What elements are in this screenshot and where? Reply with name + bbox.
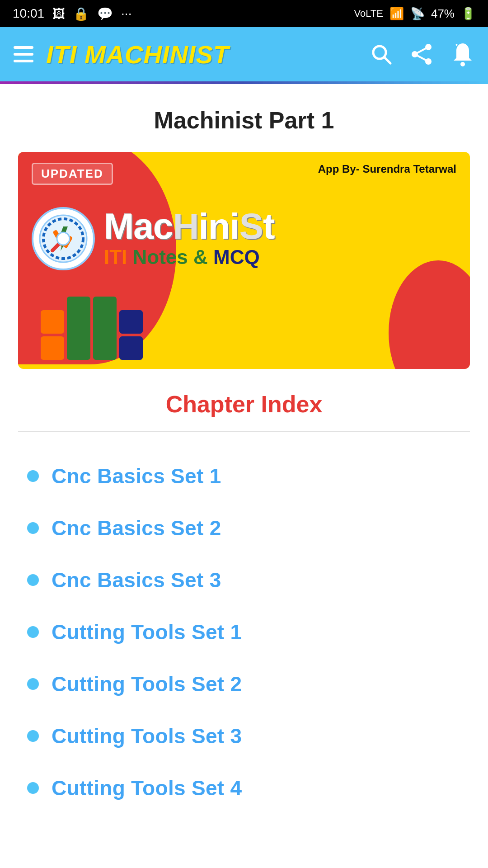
list-item[interactable]: Cnc Basics Set 2 <box>18 502 470 554</box>
svg-point-15 <box>57 232 70 245</box>
banner-top-row: UPDATED App By- Surendra Tetarwal <box>32 163 456 185</box>
chapter-index-title: Chapter Index <box>18 391 470 418</box>
banner-updated-badge: UPDATED <box>32 163 113 185</box>
chapter-link[interactable]: Cnc Basics Set 1 <box>52 464 221 488</box>
list-item[interactable]: Cutting Tools Set 3 <box>18 710 470 762</box>
search-button[interactable] <box>370 42 393 66</box>
svg-line-1 <box>384 57 390 63</box>
status-time: 10:01 <box>13 6 44 21</box>
list-item[interactable]: Cutting Tools Set 4 <box>18 762 470 814</box>
chapter-link[interactable]: Cutting Tools Set 4 <box>52 776 242 800</box>
app-bar: ITI MACHINIST <box>0 27 488 81</box>
notification-button[interactable] <box>451 42 474 67</box>
bullet-icon <box>27 522 39 534</box>
share-button[interactable] <box>410 42 434 66</box>
list-item[interactable]: Cutting Tools Set 1 <box>18 606 470 658</box>
banner-app-by: App By- Surendra Tetarwal <box>318 163 456 175</box>
list-item[interactable]: Cnc Basics Set 3 <box>18 554 470 606</box>
banner-middle: MacHiniSt ITI Notes & MCQ <box>32 207 456 270</box>
bullet-icon <box>27 574 39 586</box>
banner: UPDATED App By- Surendra Tetarwal <box>18 152 470 369</box>
bullet-icon <box>27 782 39 794</box>
app-bar-right <box>370 42 474 67</box>
app-logo <box>32 207 95 270</box>
list-item[interactable]: Cutting Tools Set 2 <box>18 658 470 710</box>
bullet-icon <box>27 730 39 742</box>
more-icon: ··· <box>121 6 131 21</box>
svg-point-7 <box>460 62 465 66</box>
bullet-icon <box>27 678 39 690</box>
banner-machinist-text: MacHiniSt ITI Notes & MCQ <box>104 208 275 268</box>
camera-icon: 🖼 <box>52 6 65 21</box>
status-left: 10:01 🖼 🔒 💬 ··· <box>13 6 131 21</box>
chapter-list: Cnc Basics Set 1 Cnc Basics Set 2 Cnc Ba… <box>18 450 470 814</box>
chapter-link[interactable]: Cutting Tools Set 2 <box>52 672 242 696</box>
list-item[interactable]: Cnc Basics Set 1 <box>18 450 470 502</box>
svg-rect-8 <box>455 44 458 46</box>
machinist-title: MacHiniSt <box>104 208 275 245</box>
bullet-icon <box>27 470 39 482</box>
chapter-link[interactable]: Cutting Tools Set 1 <box>52 620 242 644</box>
page-title: Machinist Part 1 <box>18 107 470 134</box>
main-content: Machinist Part 1 UPDATED App By- Surendr… <box>0 84 488 868</box>
lte-icon: VoLTE <box>354 8 383 19</box>
chapter-divider <box>18 431 470 432</box>
battery-icon: 🔋 <box>461 7 475 21</box>
chapter-link[interactable]: Cnc Basics Set 3 <box>52 568 221 592</box>
whatsapp-icon: 💬 <box>97 6 113 21</box>
wifi-icon: 📶 <box>389 7 404 21</box>
chapter-link[interactable]: Cutting Tools Set 3 <box>52 724 242 748</box>
battery-text: 47% <box>431 7 455 21</box>
bullet-icon <box>27 626 39 638</box>
svg-line-5 <box>415 47 428 54</box>
hamburger-menu-button[interactable] <box>14 46 33 62</box>
svg-line-6 <box>415 54 428 61</box>
app-bar-left: ITI MACHINIST <box>14 40 229 69</box>
status-right: VoLTE 📶 📡 47% 🔋 <box>354 7 475 21</box>
iti-logo-blocks <box>32 297 456 360</box>
signal-icon: 📡 <box>410 7 425 21</box>
iti-notes-text: ITI Notes & MCQ <box>104 246 275 268</box>
chapter-link[interactable]: Cnc Basics Set 2 <box>52 516 221 540</box>
status-bar: 10:01 🖼 🔒 💬 ··· VoLTE 📶 📡 47% 🔋 <box>0 0 488 27</box>
app-title: ITI MACHINIST <box>46 40 229 69</box>
lock-icon: 🔒 <box>73 6 89 21</box>
